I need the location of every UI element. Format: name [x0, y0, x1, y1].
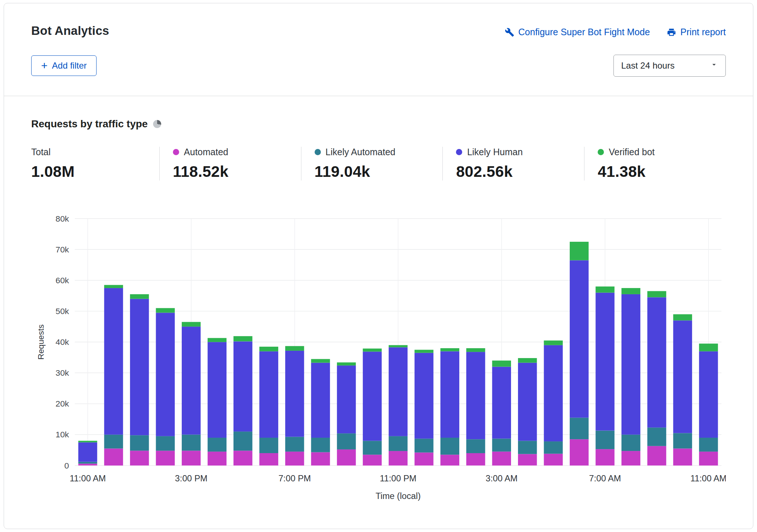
- bar-segment-likely_automated[interactable]: [78, 462, 97, 464]
- bar-segment-verified_bot[interactable]: [466, 348, 485, 352]
- bar-segment-likely_human[interactable]: [182, 327, 200, 434]
- bar-segment-verified_bot[interactable]: [233, 336, 252, 341]
- bar-segment-likely_human[interactable]: [259, 351, 278, 438]
- bar-segment-automated[interactable]: [518, 454, 537, 466]
- bar-segment-likely_automated[interactable]: [156, 436, 175, 451]
- bar-segment-likely_automated[interactable]: [595, 431, 614, 449]
- bar-segment-automated[interactable]: [130, 451, 149, 465]
- bar-segment-likely_automated[interactable]: [673, 433, 692, 448]
- bar-segment-automated[interactable]: [673, 448, 692, 465]
- bar-segment-verified_bot[interactable]: [622, 288, 640, 294]
- bar-segment-likely_automated[interactable]: [647, 427, 666, 446]
- bar-segment-likely_human[interactable]: [337, 365, 356, 433]
- bar-segment-likely_human[interactable]: [389, 347, 408, 436]
- bar-segment-likely_human[interactable]: [363, 351, 381, 441]
- bar-segment-likely_human[interactable]: [130, 299, 149, 435]
- bar-segment-verified_bot[interactable]: [647, 291, 666, 297]
- bar-segment-likely_human[interactable]: [285, 351, 304, 437]
- bar-segment-automated[interactable]: [78, 464, 97, 466]
- bar-segment-verified_bot[interactable]: [156, 308, 175, 313]
- bar-segment-verified_bot[interactable]: [518, 358, 537, 363]
- bar-segment-likely_automated[interactable]: [492, 438, 511, 451]
- bar-segment-verified_bot[interactable]: [104, 285, 123, 288]
- bar-segment-likely_human[interactable]: [570, 260, 588, 418]
- bar-segment-verified_bot[interactable]: [699, 343, 718, 351]
- bar-segment-likely_automated[interactable]: [130, 435, 149, 451]
- bar-segment-likely_automated[interactable]: [104, 435, 123, 449]
- bar-segment-likely_human[interactable]: [699, 351, 718, 438]
- bar-segment-automated[interactable]: [259, 453, 278, 466]
- bar-segment-likely_automated[interactable]: [622, 435, 640, 451]
- bar-segment-verified_bot[interactable]: [259, 347, 278, 351]
- bar-segment-automated[interactable]: [441, 455, 459, 465]
- bar-segment-likely_human[interactable]: [441, 351, 459, 438]
- bar-segment-likely_human[interactable]: [595, 293, 614, 431]
- bar-segment-automated[interactable]: [389, 451, 408, 466]
- bar-segment-likely_automated[interactable]: [544, 441, 562, 454]
- bar-segment-likely_automated[interactable]: [699, 438, 718, 452]
- bar-segment-automated[interactable]: [492, 452, 511, 466]
- bar-segment-automated[interactable]: [622, 451, 640, 466]
- bar-segment-likely_human[interactable]: [673, 320, 692, 433]
- bar-segment-verified_bot[interactable]: [363, 349, 381, 351]
- bar-segment-verified_bot[interactable]: [337, 362, 356, 365]
- bar-segment-verified_bot[interactable]: [182, 322, 200, 327]
- bar-segment-likely_human[interactable]: [311, 363, 330, 438]
- bar-segment-automated[interactable]: [363, 455, 381, 465]
- bar-segment-likely_human[interactable]: [104, 288, 123, 435]
- bar-segment-likely_human[interactable]: [544, 345, 562, 441]
- bar-segment-automated[interactable]: [156, 451, 175, 465]
- print-report-link[interactable]: Print report: [667, 27, 726, 37]
- bar-segment-verified_bot[interactable]: [208, 338, 227, 342]
- bar-segment-automated[interactable]: [104, 448, 123, 465]
- bar-segment-likely_automated[interactable]: [363, 441, 381, 455]
- bar-segment-automated[interactable]: [699, 452, 718, 466]
- bar-segment-likely_human[interactable]: [208, 342, 227, 438]
- bar-segment-likely_human[interactable]: [647, 297, 666, 427]
- bar-segment-likely_human[interactable]: [414, 353, 433, 439]
- bar-segment-likely_automated[interactable]: [208, 438, 227, 452]
- bar-segment-automated[interactable]: [544, 454, 562, 466]
- bar-segment-automated[interactable]: [570, 439, 588, 466]
- bar-segment-likely_automated[interactable]: [259, 438, 278, 453]
- bar-segment-verified_bot[interactable]: [414, 350, 433, 353]
- bar-segment-likely_human[interactable]: [466, 352, 485, 439]
- bar-segment-likely_automated[interactable]: [311, 438, 330, 452]
- bar-segment-likely_human[interactable]: [622, 294, 640, 435]
- bar-segment-automated[interactable]: [285, 452, 304, 466]
- bar-segment-automated[interactable]: [595, 449, 614, 466]
- bar-segment-likely_automated[interactable]: [233, 431, 252, 451]
- bar-segment-likely_human[interactable]: [492, 367, 511, 439]
- bar-segment-verified_bot[interactable]: [673, 314, 692, 321]
- bar-segment-verified_bot[interactable]: [311, 359, 330, 363]
- bar-segment-automated[interactable]: [182, 451, 200, 465]
- bar-segment-verified_bot[interactable]: [492, 361, 511, 367]
- time-range-select[interactable]: Last 24 hours: [613, 55, 726, 77]
- bar-segment-likely_automated[interactable]: [466, 439, 485, 453]
- bar-segment-verified_bot[interactable]: [441, 348, 459, 351]
- bar-segment-likely_automated[interactable]: [337, 433, 356, 449]
- bar-segment-automated[interactable]: [311, 452, 330, 466]
- bar-segment-verified_bot[interactable]: [544, 340, 562, 345]
- bar-segment-verified_bot[interactable]: [595, 287, 614, 293]
- bar-segment-likely_automated[interactable]: [518, 441, 537, 454]
- bar-segment-likely_human[interactable]: [156, 313, 175, 436]
- bar-segment-verified_bot[interactable]: [570, 242, 588, 260]
- bar-segment-verified_bot[interactable]: [389, 345, 408, 347]
- bar-segment-likely_human[interactable]: [78, 442, 97, 462]
- bar-segment-likely_automated[interactable]: [414, 438, 433, 452]
- bar-segment-automated[interactable]: [337, 449, 356, 466]
- bar-segment-automated[interactable]: [208, 452, 227, 466]
- bar-segment-verified_bot[interactable]: [285, 346, 304, 351]
- bar-segment-automated[interactable]: [233, 451, 252, 465]
- bar-segment-automated[interactable]: [414, 452, 433, 465]
- bar-segment-likely_human[interactable]: [518, 363, 537, 441]
- bar-segment-likely_automated[interactable]: [570, 418, 588, 439]
- bar-segment-likely_automated[interactable]: [182, 435, 200, 451]
- bar-segment-likely_human[interactable]: [233, 342, 252, 432]
- configure-super-bot-fight-mode-link[interactable]: Configure Super Bot Fight Mode: [505, 27, 650, 37]
- bar-segment-likely_automated[interactable]: [285, 437, 304, 451]
- bar-segment-verified_bot[interactable]: [130, 294, 149, 299]
- bar-segment-likely_automated[interactable]: [389, 436, 408, 451]
- bar-segment-automated[interactable]: [466, 453, 485, 466]
